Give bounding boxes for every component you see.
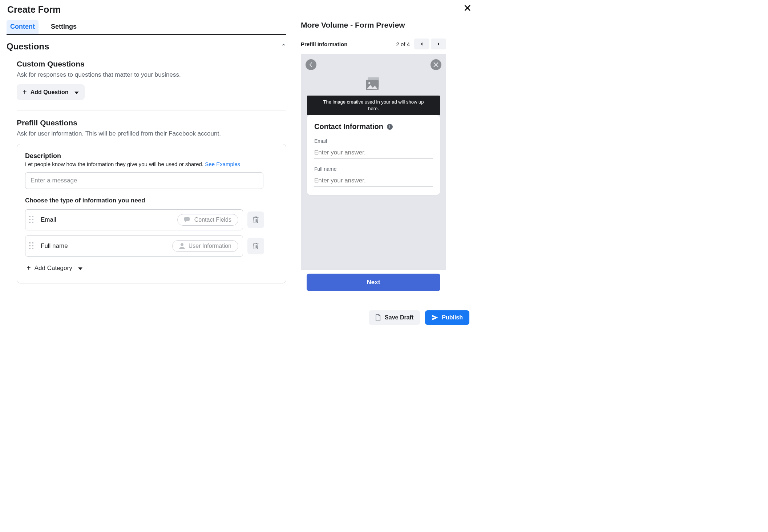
- info-box-email[interactable]: Email Contact Fields: [25, 209, 243, 230]
- close-icon[interactable]: ✕: [463, 2, 472, 14]
- chevron-left-icon: [308, 62, 314, 67]
- tab-content[interactable]: Content: [7, 20, 39, 34]
- publish-button[interactable]: Publish: [425, 310, 469, 325]
- description-desc-text: Let people know how the information they…: [25, 161, 205, 167]
- preview-field-input[interactable]: [314, 174, 433, 187]
- next-page-button[interactable]: [431, 39, 446, 49]
- add-question-label: Add Question: [31, 89, 69, 96]
- drag-handle-icon[interactable]: [29, 242, 35, 250]
- prev-page-button[interactable]: [414, 39, 429, 49]
- page-indicator: 2 of 4: [396, 41, 410, 47]
- questions-heading: Questions: [7, 41, 49, 52]
- plus-icon: [23, 88, 27, 96]
- image-placeholder-icon: [366, 77, 381, 92]
- next-button[interactable]: Next: [307, 274, 440, 291]
- plus-icon: [27, 264, 31, 272]
- user-icon: [179, 243, 185, 249]
- custom-questions-desc: Ask for responses to questions that matt…: [17, 71, 286, 78]
- delete-button[interactable]: [247, 238, 264, 254]
- publish-label: Publish: [442, 314, 463, 321]
- document-icon: [375, 314, 381, 321]
- preview-field-input[interactable]: [314, 146, 433, 159]
- custom-questions-heading: Custom Questions: [17, 60, 286, 68]
- save-draft-button[interactable]: Save Draft: [369, 310, 420, 325]
- preview-column: More Volume - Form Preview Prefill Infor…: [301, 20, 446, 291]
- info-row: Full name User Information: [25, 235, 278, 257]
- add-category-button[interactable]: Add Category: [25, 262, 84, 274]
- info-name: Full name: [41, 242, 68, 250]
- info-tag: Contact Fields: [177, 214, 238, 226]
- info-icon[interactable]: i: [387, 124, 393, 130]
- close-icon: [433, 62, 438, 67]
- add-question-button[interactable]: Add Question: [17, 84, 85, 100]
- content-column: Content Settings Questions ⌃ Custom Ques…: [7, 20, 286, 291]
- save-draft-label: Save Draft: [385, 314, 413, 321]
- choose-info-label: Choose the type of information you need: [25, 197, 278, 204]
- preview-close-button[interactable]: [431, 59, 441, 70]
- info-name: Email: [41, 216, 56, 223]
- info-box-fullname[interactable]: Full name User Information: [25, 235, 243, 257]
- collapse-icon[interactable]: ⌃: [281, 43, 286, 51]
- drag-handle-icon[interactable]: [29, 216, 35, 224]
- chat-icon: [184, 217, 191, 223]
- delete-button[interactable]: [247, 211, 264, 228]
- caret-left-icon: [420, 42, 424, 46]
- preview-back-button[interactable]: [306, 59, 316, 70]
- add-category-label: Add Category: [35, 265, 72, 272]
- preview-frame: The image creative used in your ad will …: [301, 54, 446, 270]
- preview-heading: More Volume - Form Preview: [301, 21, 446, 34]
- prefill-heading: Prefill Questions: [17, 118, 286, 127]
- info-tag-label: Contact Fields: [194, 217, 231, 223]
- caret-right-icon: [437, 42, 440, 46]
- prefill-desc: Ask for user information. This will be p…: [17, 130, 286, 137]
- chevron-down-icon: [72, 89, 79, 96]
- preview-card: Contact Information i Email Full name: [307, 115, 440, 195]
- svg-point-0: [181, 243, 183, 246]
- svg-point-3: [368, 82, 370, 84]
- see-examples-link[interactable]: See Examples: [205, 161, 240, 167]
- prefill-card: Description Let people know how the info…: [17, 144, 286, 283]
- footer: Save Draft Publish: [369, 310, 469, 325]
- preview-field-label: Email: [314, 138, 433, 144]
- info-row: Email Contact Fields: [25, 209, 278, 230]
- tab-settings[interactable]: Settings: [47, 20, 80, 34]
- preview-card-title: Contact Information: [314, 122, 383, 131]
- preview-field-label: Full name: [314, 166, 433, 172]
- preview-tooltip: The image creative used in your ad will …: [307, 96, 440, 115]
- chevron-down-icon: [76, 265, 82, 272]
- page-title: Create Form: [7, 4, 469, 15]
- trash-icon: [252, 216, 259, 224]
- info-tag-label: User Information: [189, 243, 231, 249]
- description-title: Description: [25, 152, 278, 160]
- info-tag: User Information: [172, 240, 238, 252]
- divider: [17, 110, 286, 110]
- preview-pager: 2 of 4: [396, 39, 446, 49]
- description-desc: Let people know how the information they…: [25, 161, 278, 167]
- send-icon: [432, 315, 438, 321]
- preview-section-label: Prefill Information: [301, 41, 347, 47]
- tabs: Content Settings: [7, 20, 286, 35]
- trash-icon: [252, 242, 259, 250]
- description-input[interactable]: [25, 172, 263, 189]
